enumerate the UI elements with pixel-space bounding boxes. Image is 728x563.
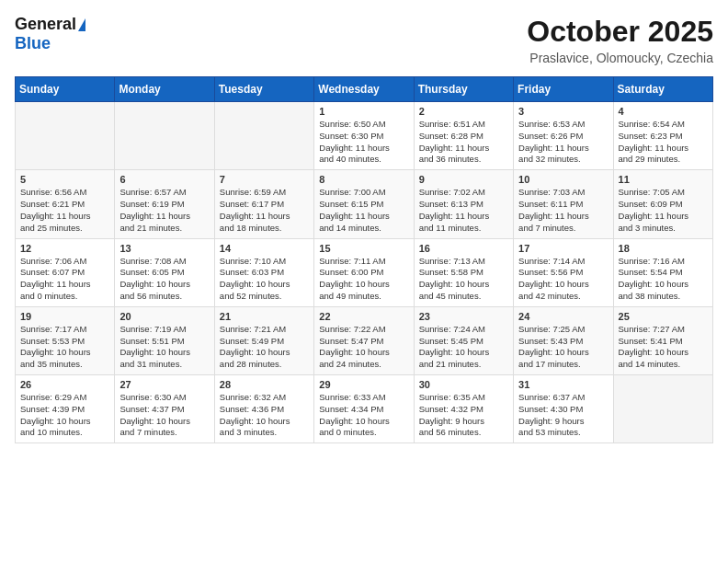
cell-content: Sunrise: 6:35 AMSunset: 4:32 PMDaylight:… (419, 392, 508, 439)
weekday-header-tuesday: Tuesday (214, 77, 313, 102)
cell-content: Sunrise: 7:03 AMSunset: 6:11 PMDaylight:… (518, 187, 608, 234)
day-number: 7 (220, 174, 309, 185)
cell-content: Sunrise: 7:22 AMSunset: 5:47 PMDaylight:… (319, 324, 408, 371)
day-number: 20 (119, 311, 209, 322)
calendar-cell: 27Sunrise: 6:30 AMSunset: 4:37 PMDayligh… (115, 375, 214, 443)
weekday-header-monday: Monday (115, 77, 214, 102)
cell-content: Sunrise: 7:13 AMSunset: 5:58 PMDaylight:… (419, 256, 508, 303)
calendar-cell: 19Sunrise: 7:17 AMSunset: 5:53 PMDayligh… (16, 306, 115, 374)
day-number: 24 (518, 311, 608, 322)
calendar-cell: 9Sunrise: 7:02 AMSunset: 6:13 PMDaylight… (414, 170, 513, 238)
day-number: 3 (518, 106, 608, 117)
day-number: 15 (319, 243, 408, 254)
calendar-cell: 22Sunrise: 7:22 AMSunset: 5:47 PMDayligh… (314, 306, 414, 374)
day-number: 13 (119, 243, 209, 254)
day-number: 8 (319, 174, 408, 185)
calendar-cell: 21Sunrise: 7:21 AMSunset: 5:49 PMDayligh… (214, 306, 313, 374)
cell-content: Sunrise: 7:02 AMSunset: 6:13 PMDaylight:… (419, 187, 508, 234)
calendar-cell: 3Sunrise: 6:53 AMSunset: 6:26 PMDaylight… (514, 102, 613, 170)
cell-content: Sunrise: 6:32 AMSunset: 4:36 PMDaylight:… (220, 392, 309, 439)
weekday-header-friday: Friday (514, 77, 613, 102)
cell-content: Sunrise: 6:33 AMSunset: 4:34 PMDaylight:… (319, 392, 408, 439)
day-number: 23 (419, 311, 508, 322)
calendar-cell: 4Sunrise: 6:54 AMSunset: 6:23 PMDaylight… (613, 102, 712, 170)
page-header: General Blue October 2025 Praslavice, Ol… (15, 15, 713, 65)
cell-content: Sunrise: 6:50 AMSunset: 6:30 PMDaylight:… (319, 119, 408, 166)
location-text: Praslavice, Olomoucky, Czechia (527, 51, 713, 65)
day-number: 25 (619, 311, 708, 322)
cell-content: Sunrise: 6:54 AMSunset: 6:23 PMDaylight:… (619, 119, 708, 166)
day-number: 21 (220, 311, 309, 322)
cell-content: Sunrise: 7:24 AMSunset: 5:45 PMDaylight:… (419, 324, 508, 371)
day-number: 10 (518, 174, 608, 185)
cell-content: Sunrise: 6:56 AMSunset: 6:21 PMDaylight:… (20, 187, 109, 234)
calendar-cell: 25Sunrise: 7:27 AMSunset: 5:41 PMDayligh… (613, 306, 712, 374)
calendar-cell (214, 102, 313, 170)
logo-triangle-icon (78, 18, 85, 31)
calendar-cell: 31Sunrise: 6:37 AMSunset: 4:30 PMDayligh… (514, 375, 613, 443)
calendar-cell: 10Sunrise: 7:03 AMSunset: 6:11 PMDayligh… (514, 170, 613, 238)
calendar-cell: 15Sunrise: 7:11 AMSunset: 6:00 PMDayligh… (314, 238, 414, 306)
cell-content: Sunrise: 7:10 AMSunset: 6:03 PMDaylight:… (220, 256, 309, 303)
cell-content: Sunrise: 7:25 AMSunset: 5:43 PMDaylight:… (518, 324, 608, 371)
title-block: October 2025 Praslavice, Olomoucky, Czec… (527, 15, 713, 65)
cell-content: Sunrise: 7:11 AMSunset: 6:00 PMDaylight:… (319, 256, 408, 303)
day-number: 29 (319, 379, 408, 390)
calendar-cell: 20Sunrise: 7:19 AMSunset: 5:51 PMDayligh… (115, 306, 214, 374)
calendar-cell: 12Sunrise: 7:06 AMSunset: 6:07 PMDayligh… (16, 238, 115, 306)
weekday-header-row: SundayMondayTuesdayWednesdayThursdayFrid… (16, 77, 713, 102)
calendar-cell (16, 102, 115, 170)
cell-content: Sunrise: 7:21 AMSunset: 5:49 PMDaylight:… (220, 324, 309, 371)
cell-content: Sunrise: 7:19 AMSunset: 5:51 PMDaylight:… (119, 324, 209, 371)
day-number: 26 (20, 379, 109, 390)
cell-content: Sunrise: 7:08 AMSunset: 6:05 PMDaylight:… (119, 256, 209, 303)
cell-content: Sunrise: 6:37 AMSunset: 4:30 PMDaylight:… (518, 392, 608, 439)
day-number: 14 (220, 243, 309, 254)
day-number: 6 (119, 174, 209, 185)
cell-content: Sunrise: 7:05 AMSunset: 6:09 PMDaylight:… (619, 187, 708, 234)
calendar-cell: 6Sunrise: 6:57 AMSunset: 6:19 PMDaylight… (115, 170, 214, 238)
calendar-cell (115, 102, 214, 170)
cell-content: Sunrise: 7:14 AMSunset: 5:56 PMDaylight:… (518, 256, 608, 303)
cell-content: Sunrise: 6:30 AMSunset: 4:37 PMDaylight:… (119, 392, 209, 439)
day-number: 4 (619, 106, 708, 117)
cell-content: Sunrise: 6:59 AMSunset: 6:17 PMDaylight:… (220, 187, 309, 234)
calendar-cell: 29Sunrise: 6:33 AMSunset: 4:34 PMDayligh… (314, 375, 414, 443)
calendar-week-2: 5Sunrise: 6:56 AMSunset: 6:21 PMDaylight… (16, 170, 713, 238)
logo-general-text: General (15, 15, 76, 34)
day-number: 16 (419, 243, 508, 254)
calendar-week-5: 26Sunrise: 6:29 AMSunset: 4:39 PMDayligh… (16, 375, 713, 443)
calendar-cell: 30Sunrise: 6:35 AMSunset: 4:32 PMDayligh… (414, 375, 513, 443)
day-number: 2 (419, 106, 508, 117)
cell-content: Sunrise: 7:00 AMSunset: 6:15 PMDaylight:… (319, 187, 408, 234)
calendar-table: SundayMondayTuesdayWednesdayThursdayFrid… (15, 76, 713, 443)
calendar-cell: 11Sunrise: 7:05 AMSunset: 6:09 PMDayligh… (613, 170, 712, 238)
day-number: 31 (518, 379, 608, 390)
day-number: 22 (319, 311, 408, 322)
day-number: 12 (20, 243, 109, 254)
cell-content: Sunrise: 7:16 AMSunset: 5:54 PMDaylight:… (619, 256, 708, 303)
calendar-cell: 1Sunrise: 6:50 AMSunset: 6:30 PMDaylight… (314, 102, 414, 170)
cell-content: Sunrise: 6:53 AMSunset: 6:26 PMDaylight:… (518, 119, 608, 166)
cell-content: Sunrise: 6:51 AMSunset: 6:28 PMDaylight:… (419, 119, 508, 166)
day-number: 18 (619, 243, 708, 254)
cell-content: Sunrise: 7:06 AMSunset: 6:07 PMDaylight:… (20, 256, 109, 303)
month-title: October 2025 (527, 15, 713, 49)
calendar-cell: 26Sunrise: 6:29 AMSunset: 4:39 PMDayligh… (16, 375, 115, 443)
calendar-cell: 13Sunrise: 7:08 AMSunset: 6:05 PMDayligh… (115, 238, 214, 306)
calendar-cell: 7Sunrise: 6:59 AMSunset: 6:17 PMDaylight… (214, 170, 313, 238)
day-number: 5 (20, 174, 109, 185)
calendar-cell: 24Sunrise: 7:25 AMSunset: 5:43 PMDayligh… (514, 306, 613, 374)
calendar-cell: 2Sunrise: 6:51 AMSunset: 6:28 PMDaylight… (414, 102, 513, 170)
calendar-cell: 23Sunrise: 7:24 AMSunset: 5:45 PMDayligh… (414, 306, 513, 374)
weekday-header-thursday: Thursday (414, 77, 513, 102)
weekday-header-sunday: Sunday (16, 77, 115, 102)
cell-content: Sunrise: 6:57 AMSunset: 6:19 PMDaylight:… (119, 187, 209, 234)
day-number: 27 (119, 379, 209, 390)
calendar-cell: 28Sunrise: 6:32 AMSunset: 4:36 PMDayligh… (214, 375, 313, 443)
day-number: 1 (319, 106, 408, 117)
calendar-cell: 8Sunrise: 7:00 AMSunset: 6:15 PMDaylight… (314, 170, 414, 238)
day-number: 28 (220, 379, 309, 390)
day-number: 19 (20, 311, 109, 322)
logo: General Blue (15, 15, 85, 53)
